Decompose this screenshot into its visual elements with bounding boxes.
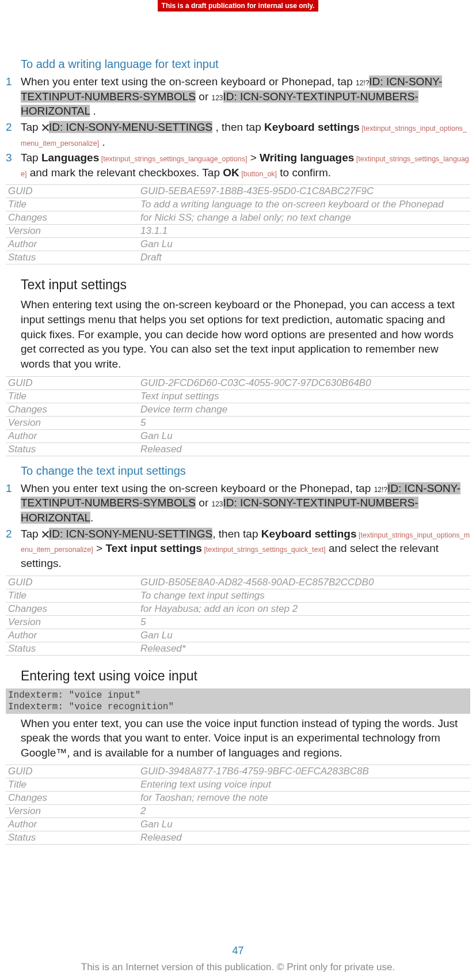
text: Tap xyxy=(21,528,41,540)
heading-add-writing-language: To add a writing language for text input xyxy=(21,58,470,71)
text: or xyxy=(196,497,211,509)
paragraph: When you enter text, you can use the voi… xyxy=(21,716,464,760)
meta-label: GUID xyxy=(6,576,138,589)
meta-value: GUID-3948A877-17B6-4759-9BFC-0EFCA283BC8… xyxy=(138,765,470,778)
meta-value: Draft xyxy=(138,251,470,264)
meta-label: Title xyxy=(6,589,138,602)
meta-value: Entering text using voice input xyxy=(138,778,470,792)
keyboard-settings-label: Keyboard settings xyxy=(261,528,357,540)
meta-table-2: GUIDGUID-2FCD6D60-C03C-4055-90C7-97DC630… xyxy=(6,376,470,456)
ref-id: [textinput_strings_settings_language_opt… xyxy=(99,155,247,163)
meta-value: Released* xyxy=(138,642,470,655)
footer-note: This is an Internet version of this publ… xyxy=(0,962,476,973)
step-number: 1 xyxy=(6,481,21,496)
page-content: To add a writing language for text input… xyxy=(0,58,476,845)
meta-value: 13.1.1 xyxy=(138,225,470,238)
indexterm-line: Indexterm: "voice input" xyxy=(8,690,468,701)
meta-value: for Taoshan; remove the note xyxy=(138,792,470,805)
step-number: 2 xyxy=(6,120,21,135)
meta-label: Author xyxy=(6,238,138,251)
meta-value: Gan Lu xyxy=(138,818,470,831)
numbers-symbols-icon: 12!? xyxy=(374,486,387,494)
meta-label: Changes xyxy=(6,211,138,225)
text: When you enter text using the on-screen … xyxy=(21,482,374,494)
ref-id: [button_ok] xyxy=(239,170,277,178)
meta-label: Changes xyxy=(6,602,138,615)
step-body: When you enter text using the on-screen … xyxy=(21,74,470,119)
step-number: 2 xyxy=(6,527,21,542)
numbers-horizontal-icon: 123 xyxy=(212,94,223,102)
meta-label: Author xyxy=(6,818,138,831)
meta-value: for Hayabusa; add an icon on step 2 xyxy=(138,602,470,615)
meta-label: Title xyxy=(6,778,138,792)
text: and mark the relevant checkboxes. Tap xyxy=(26,167,223,179)
meta-label: Title xyxy=(6,389,138,403)
step-body: Tap ID: ICN-SONY-MENU-SETTINGS, then tap… xyxy=(21,527,470,571)
meta-label: Status xyxy=(6,831,138,845)
meta-value: GUID-B505E8A0-AD82-4568-90AD-EC857B2CCDB… xyxy=(138,576,470,589)
icon-id-menu-settings: ID: ICN-SONY-MENU-SETTINGS xyxy=(49,121,212,133)
text: When you enter text using the on-screen … xyxy=(21,75,356,88)
indexterm-line: Indexterm: "voice recognition" xyxy=(8,701,468,713)
heading-voice-input: Entering text using voice input xyxy=(21,668,470,684)
text: , then tap xyxy=(212,528,261,540)
draft-banner: This is a draft publication for internal… xyxy=(158,0,319,12)
indexterm-block: Indexterm: "voice input" Indexterm: "voi… xyxy=(6,688,470,714)
meta-label: GUID xyxy=(6,185,138,198)
meta-value: To add a writing language to the on-scre… xyxy=(138,198,470,211)
meta-table-3: GUIDGUID-B505E8A0-AD82-4568-90AD-EC857B2… xyxy=(6,576,470,656)
step-body: When you enter text using the on-screen … xyxy=(21,481,470,525)
ok-label: OK xyxy=(223,167,239,179)
meta-value: Gan Lu xyxy=(138,238,470,251)
menu-settings-icon xyxy=(41,531,49,538)
meta-value: Device term change xyxy=(138,403,470,416)
steps-list-1: 1 When you enter text using the on-scree… xyxy=(6,74,470,180)
meta-table-4: GUIDGUID-3948A877-17B6-4759-9BFC-0EFCA28… xyxy=(6,765,470,845)
meta-label: Changes xyxy=(6,792,138,805)
meta-label: Title xyxy=(6,198,138,211)
numbers-symbols-icon: 12!? xyxy=(356,79,369,87)
text: to confirm. xyxy=(277,167,331,179)
meta-label: Status xyxy=(6,642,138,655)
ref-id: [textinput_strings_settings_quick_text] xyxy=(202,546,326,554)
writing-languages-label: Writing languages xyxy=(260,152,354,164)
meta-value: 5 xyxy=(138,416,470,429)
heading-change-text-input-settings: To change the text input settings xyxy=(21,464,470,478)
meta-label: Version xyxy=(6,225,138,238)
meta-value: 2 xyxy=(138,805,470,818)
text: > xyxy=(247,152,260,164)
text-input-settings-label: Text input settings xyxy=(105,542,201,554)
meta-value: Gan Lu xyxy=(138,429,470,442)
meta-label: GUID xyxy=(6,765,138,778)
text: . xyxy=(90,105,96,117)
languages-label: Languages xyxy=(41,152,99,164)
text: Tap xyxy=(21,152,41,164)
meta-label: Version xyxy=(6,805,138,818)
meta-label: Changes xyxy=(6,403,138,416)
text: , then tap xyxy=(212,121,264,133)
meta-value: 5 xyxy=(138,615,470,629)
menu-settings-icon xyxy=(41,124,49,131)
meta-value: for Nicki SS; change a label only; no te… xyxy=(138,211,470,225)
meta-label: GUID xyxy=(6,376,138,389)
steps-list-3: 1 When you enter text using the on-scree… xyxy=(6,481,470,571)
meta-value: Gan Lu xyxy=(138,629,470,642)
meta-value: GUID-2FCD6D60-C03C-4055-90C7-97DC630B64B… xyxy=(138,376,470,389)
keyboard-settings-label: Keyboard settings xyxy=(264,121,360,133)
text: or xyxy=(196,90,211,103)
meta-label: Author xyxy=(6,429,138,442)
step-body: Tap ID: ICN-SONY-MENU-SETTINGS , then ta… xyxy=(21,120,470,149)
text: Tap xyxy=(21,121,41,133)
icon-id-menu-settings: ID: ICN-SONY-MENU-SETTINGS xyxy=(49,528,212,540)
meta-value: Released xyxy=(138,442,470,456)
meta-table-1: GUIDGUID-5EBAE597-1B8B-43E5-95D0-C1C8ABC… xyxy=(6,184,470,264)
text: . xyxy=(99,136,105,148)
step-body: Tap Languages [textinput_strings_setting… xyxy=(21,150,470,180)
page-number: 47 xyxy=(0,945,476,957)
paragraph: When entering text using the on-screen k… xyxy=(21,297,464,371)
meta-label: Status xyxy=(6,251,138,264)
meta-value: GUID-5EBAE597-1B8B-43E5-95D0-C1C8ABC27F9… xyxy=(138,185,470,198)
numbers-horizontal-icon: 123 xyxy=(212,500,223,508)
text: . xyxy=(90,512,93,524)
heading-text-input-settings: Text input settings xyxy=(21,277,470,293)
